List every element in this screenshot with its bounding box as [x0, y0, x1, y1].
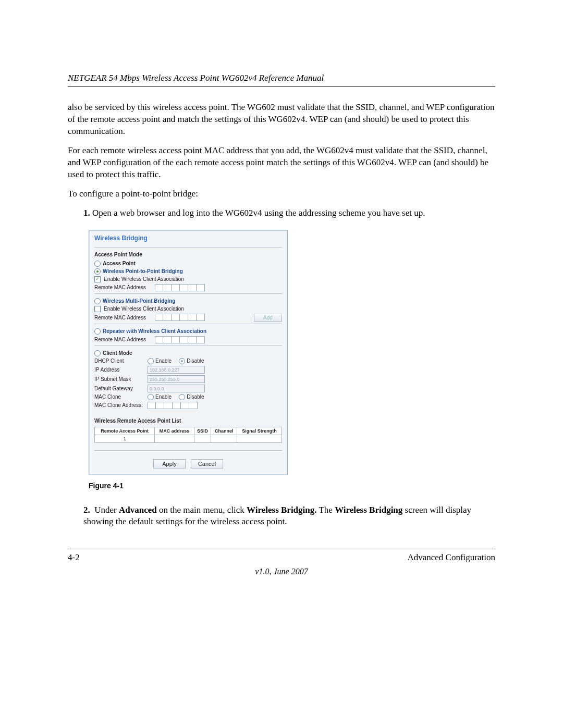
- footer-rule: [68, 549, 495, 549]
- mac-input-mp[interactable]: [155, 314, 205, 321]
- input-subnet[interactable]: 255.255.255.0: [148, 375, 205, 383]
- mac-input-rep[interactable]: [155, 336, 205, 343]
- radio-dhcp-enable[interactable]: [148, 358, 154, 364]
- mac-input-clone[interactable]: [148, 402, 198, 409]
- th-channel: Channel: [211, 427, 237, 435]
- section-ap-list: Wireless Remote Access Point List: [94, 418, 282, 424]
- label-gateway: Default Gateway: [94, 386, 144, 391]
- label-ptp-bridging: Wireless Point-to-Point Bridging: [103, 268, 183, 274]
- radio-client-mode[interactable]: [94, 350, 101, 356]
- radio-macclone-disable[interactable]: [179, 394, 185, 400]
- step-2: 2. Under Advanced on the main menu, clic…: [80, 504, 495, 528]
- radio-ptp-bridging[interactable]: [94, 268, 101, 275]
- label-disable-macclone: Disable: [187, 394, 204, 400]
- th-remote-ap: Remote Access Point: [95, 427, 155, 435]
- section-name: Advanced Configuration: [407, 552, 495, 563]
- header-rule: [68, 87, 495, 87]
- add-button[interactable]: Add: [254, 314, 282, 322]
- label-remote-mac-mp: Remote MAC Address: [94, 315, 152, 320]
- label-client-mode: Client Mode: [103, 350, 132, 356]
- paragraph-3: To configure a point-to-point bridge:: [68, 188, 495, 200]
- radio-repeater[interactable]: [94, 328, 101, 335]
- checkbox-enable-assoc-mp[interactable]: [94, 306, 101, 312]
- section-ap-mode: Access Point Mode: [94, 252, 282, 257]
- radio-dhcp-disable[interactable]: [179, 358, 185, 364]
- label-ip: IP Address: [94, 367, 144, 373]
- label-dhcp: DHCP Client: [94, 358, 144, 364]
- radio-access-point[interactable]: [94, 261, 101, 267]
- label-macclone: MAC Clone: [94, 394, 144, 400]
- page-number: 4-2: [68, 552, 80, 563]
- input-ip[interactable]: 192.168.0.227: [148, 366, 205, 374]
- label-remote-mac-ptp: Remote MAC Address: [94, 285, 152, 290]
- label-macclone-addr: MAC Clone Address:: [94, 402, 144, 408]
- page-header-title: NETGEAR 54 Mbps Wireless Access Point WG…: [68, 73, 495, 83]
- label-multipoint: Wireless Multi-Point Bridging: [103, 298, 175, 304]
- cell-index: 1: [95, 435, 155, 442]
- paragraph-1: also be serviced by this wireless access…: [68, 102, 495, 138]
- label-enable-assoc-ptp: Enable Wireless Client Association: [104, 276, 184, 282]
- ap-list-table: Remote Access Point MAC address SSID Cha…: [94, 427, 282, 443]
- footer-version: v1.0, June 2007: [68, 567, 495, 576]
- label-enable-dhcp: Enable: [155, 358, 172, 364]
- radio-macclone-enable[interactable]: [148, 394, 154, 400]
- th-ssid: SSID: [194, 427, 211, 435]
- label-access-point: Access Point: [103, 261, 136, 266]
- step-2-text: Under Advanced on the main menu, click W…: [83, 505, 471, 527]
- th-signal: Signal Strength: [237, 427, 282, 435]
- label-remote-mac-rep: Remote MAC Address: [94, 337, 152, 342]
- cancel-button[interactable]: Cancel: [191, 459, 223, 468]
- label-disable-dhcp: Disable: [187, 358, 204, 364]
- label-enable-assoc-mp: Enable Wireless Client Association: [104, 306, 184, 312]
- label-subnet: IP Subnet Mask: [94, 376, 144, 382]
- paragraph-2: For each remote wireless access point MA…: [68, 145, 495, 181]
- apply-button[interactable]: Apply: [153, 459, 186, 468]
- label-repeater: Repeater with Wireless Client Associatio…: [103, 328, 206, 334]
- step-1: 1. Open a web browser and log into the W…: [80, 207, 495, 219]
- th-mac: MAC address: [155, 427, 194, 435]
- checkbox-enable-assoc-ptp[interactable]: ✓: [94, 276, 101, 282]
- wireless-bridging-screenshot: Wireless Bridging Access Point Mode Acce…: [89, 230, 288, 475]
- figure-caption: Figure 4-1: [89, 482, 495, 490]
- step-1-text: Open a web browser and log into the WG60…: [92, 208, 425, 218]
- input-gateway[interactable]: 0.0.0.0: [148, 385, 205, 392]
- panel-title: Wireless Bridging: [94, 235, 282, 242]
- label-enable-macclone: Enable: [155, 394, 172, 400]
- mac-input-ptp[interactable]: [155, 284, 205, 291]
- radio-multipoint[interactable]: [94, 298, 101, 304]
- table-row: 1: [95, 435, 282, 442]
